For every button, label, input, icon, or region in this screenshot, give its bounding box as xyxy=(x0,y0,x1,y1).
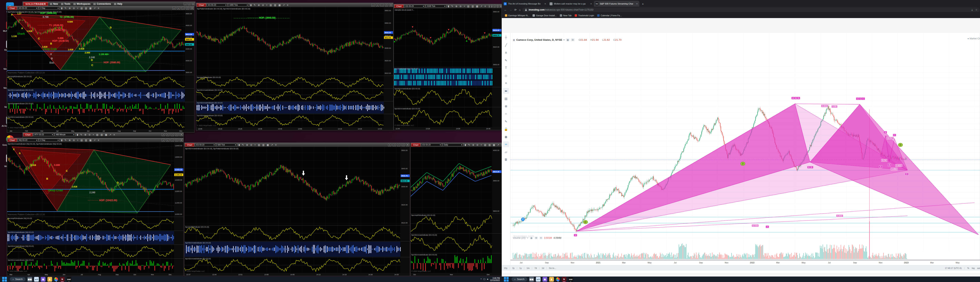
fib-retracement-tool[interactable]: ≡ xyxy=(503,80,509,86)
back-button[interactable]: ← xyxy=(504,8,507,11)
zoom-out-icon[interactable]: ⊖ xyxy=(72,7,75,10)
interval-dropdown[interactable]: 1000 Tick▾ xyxy=(228,3,249,7)
taskbar-search[interactable]: ⌕Search xyxy=(10,277,25,281)
lock-tool[interactable]: 🔒 xyxy=(503,126,509,132)
tab1-button[interactable]: ▪ xyxy=(388,144,391,146)
range-1y[interactable]: 1y xyxy=(519,267,522,269)
ninjatrader-app[interactable]: N xyxy=(60,277,65,282)
taskbar-clock[interactable]: 3:46 PM12/15/2022 xyxy=(490,277,500,281)
draw-icon[interactable]: ✎ xyxy=(242,144,245,146)
instrument-dropdown[interactable]: ES 03-23▾ xyxy=(422,143,442,146)
instrument-dropdown[interactable]: ES 03-23▾ xyxy=(207,3,228,7)
streetsmart-edge-app[interactable]: sse xyxy=(67,277,72,282)
interval-dropdown[interactable]: 2 Day▾ xyxy=(39,7,60,10)
tab1-button[interactable]: ▪ xyxy=(489,5,490,8)
chart-trader-icon[interactable]: ↗ xyxy=(497,144,500,146)
maximize-button[interactable]: □ xyxy=(186,7,189,10)
zoom-in-icon[interactable]: ⊕ xyxy=(246,144,249,146)
scale-%[interactable]: % xyxy=(967,267,969,269)
draw-icon[interactable]: ✎ xyxy=(64,7,67,10)
close-button[interactable]: ✕ xyxy=(180,133,183,136)
tab1-button[interactable]: ▪ xyxy=(371,4,375,6)
hidden-icons-chevron[interactable]: ^ xyxy=(480,278,482,280)
home-button[interactable]: ⌂ xyxy=(519,8,520,11)
indicators-icon[interactable]: ▦ xyxy=(104,133,108,136)
trendline-tool[interactable]: ╱ xyxy=(503,42,509,48)
forward-button[interactable]: → xyxy=(509,8,512,11)
zoom-in-icon[interactable]: ⊕ xyxy=(472,144,475,146)
instrument-dropdown[interactable]: NQ 03-23▾ xyxy=(18,139,38,142)
collapse-icon[interactable]: ▣ xyxy=(513,38,515,41)
tab2-button[interactable]: ▪ xyxy=(491,5,492,8)
chart-style-icon[interactable]: ▮ xyxy=(76,133,79,136)
properties-icon[interactable]: ≡ xyxy=(97,7,100,10)
chart-canvas[interactable]: hpcPatternsIndicator (ES 03-23), hpcHSIA… xyxy=(196,7,393,130)
chart-window-titlebar[interactable]: ChartES 03-23▾500 Tick▾▮✎⊕⊖+▤▥▦↗≡▪▪─□✕ xyxy=(185,143,410,147)
browser-tab[interactable]: InvS&P 500 Futures Streaming Char✕ xyxy=(594,1,640,7)
range-3y[interactable]: 3y xyxy=(512,267,515,269)
data-box-icon[interactable]: ▤ xyxy=(484,144,487,146)
chart-window-titlebar[interactable]: ChartES 03-23▾1000 Tick▾▮✎⊕⊖+▤▥▦↗≡▪▪─□✕ xyxy=(196,3,393,7)
meet-app[interactable]: ▣ xyxy=(41,277,46,282)
minimize-button[interactable]: ─ xyxy=(171,139,174,142)
tab2-button[interactable]: ▪ xyxy=(177,7,180,10)
reload-button[interactable]: ⟳ xyxy=(514,8,517,11)
zoom-out-icon[interactable]: ⊖ xyxy=(261,4,265,6)
properties-icon[interactable]: ≡ xyxy=(97,139,100,142)
crosshair-tool[interactable]: ┼ xyxy=(503,35,509,40)
chart-trader-icon[interactable]: ↗ xyxy=(270,144,274,146)
file-explorer[interactable]: ▮ xyxy=(549,277,554,282)
order-entry-icon[interactable]: ▥ xyxy=(84,139,88,142)
tab2-button[interactable]: ▪ xyxy=(393,144,396,146)
zoom-in-tool[interactable]: ⊕ xyxy=(503,103,509,109)
crosshair-icon[interactable]: + xyxy=(480,144,482,146)
chart-window-titlebar[interactable]: ChartES 03-23▾2 Day▾▮✎⊕⊖+▤▥▦↗≡▪▪─□✕ xyxy=(7,6,194,10)
close-button[interactable]: ✕ xyxy=(180,139,183,142)
streetsmart-edge-app[interactable]: sse xyxy=(568,277,573,282)
chart-trader-icon[interactable]: ↗ xyxy=(109,133,112,136)
maximize-button[interactable]: □ xyxy=(175,133,178,136)
bookmark-item[interactable]: Trackmobi Login xyxy=(575,14,594,17)
menu-new[interactable]: New xyxy=(48,2,60,6)
range-7d[interactable]: 7d xyxy=(535,267,537,269)
object-tree-tool[interactable]: ▱ xyxy=(503,149,509,155)
maximize-button[interactable]: □ xyxy=(175,139,178,142)
order-entry-icon[interactable]: ▥ xyxy=(274,4,277,6)
interval-dropdown[interactable]: 2100 Tick▾ xyxy=(426,5,446,8)
new-tab-button[interactable]: + xyxy=(641,2,645,6)
order-entry-icon[interactable]: ▥ xyxy=(262,144,265,146)
browser-tab[interactable]: Molten-salt reactor may be a ga✕ xyxy=(548,1,593,7)
close-button[interactable]: ✕ xyxy=(390,4,393,6)
chart-style-icon[interactable]: ▮ xyxy=(250,4,252,6)
range-10y[interactable]: 10y xyxy=(504,267,508,269)
menu-connections[interactable]: Connections xyxy=(92,2,113,6)
ccj-chart-canvas[interactable]: 8.009.0010.0011.0012.0013.0014.0015.0016… xyxy=(511,33,980,260)
omnibox[interactable]: investing.com/indices/us-spx-500-futures… xyxy=(523,8,980,12)
bookmark-item[interactable]: Earnings Whisper N... xyxy=(505,14,530,17)
menu-tools[interactable]: Tools xyxy=(60,2,72,6)
chart-window-titlebar[interactable]: ChartES 03-23▾2100 Tick▾▮✎⊕⊖+▤▥▦↗≡▪▪─□✕ xyxy=(394,4,501,8)
sync-drawings-tool[interactable]: ∞ xyxy=(503,141,509,147)
weather-widget[interactable]: ☁29 xyxy=(34,277,39,282)
zoom-out-icon[interactable]: ⊖ xyxy=(250,144,253,146)
crosshair-icon[interactable]: + xyxy=(463,5,466,8)
tab-close-icon[interactable]: ✕ xyxy=(590,3,592,5)
maximize-button[interactable]: □ xyxy=(385,4,388,6)
zoom-in-icon[interactable]: ⊕ xyxy=(84,133,87,136)
text-tool[interactable]: T xyxy=(503,65,509,71)
zoom-in-icon[interactable]: ⊕ xyxy=(455,5,458,8)
zoom-in-icon[interactable]: ⊕ xyxy=(68,139,72,142)
data-box-icon[interactable]: ▤ xyxy=(269,4,272,6)
crosshair-icon[interactable]: + xyxy=(76,139,79,142)
chart-canvas[interactable]: hpcPatternsInd[Data] (ES 03-23), hpcHSIA… xyxy=(7,10,194,132)
properties-icon[interactable]: ≡ xyxy=(484,5,487,8)
scale-auto[interactable]: auto xyxy=(977,267,980,269)
chart-canvas[interactable]: hpcHSIArrowsIndicator (NQ 03-23), hpcPat… xyxy=(7,143,183,276)
instrument-dropdown[interactable]: RTY 03-23▾ xyxy=(33,133,54,136)
start-button[interactable] xyxy=(2,277,7,282)
crosshair-icon[interactable]: + xyxy=(76,7,79,10)
bookmark-star-icon[interactable]: ☆ xyxy=(975,8,977,11)
date-axis[interactable]: JulSepNov2021MarMayJulSepNov2022MarMayJu… xyxy=(511,260,980,265)
crosshair-icon[interactable]: + xyxy=(92,133,95,136)
speaker-icon[interactable]: 🕪 xyxy=(487,278,488,280)
